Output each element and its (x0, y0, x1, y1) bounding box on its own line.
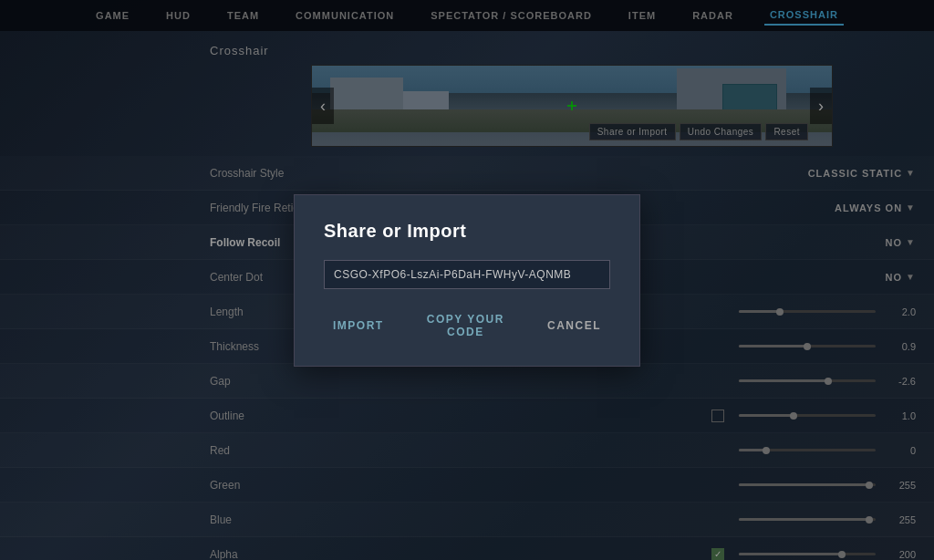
modal-overlay[interactable]: Share or Import IMPORT COPY YOUR CODE CA… (0, 0, 934, 560)
copy-code-button[interactable]: COPY YOUR CODE (408, 307, 524, 344)
share-import-modal: Share or Import IMPORT COPY YOUR CODE CA… (294, 194, 640, 367)
modal-title: Share or Import (324, 221, 610, 242)
cancel-button[interactable]: CANCEL (538, 307, 610, 344)
import-button[interactable]: IMPORT (324, 307, 393, 344)
modal-buttons: IMPORT COPY YOUR CODE CANCEL (324, 307, 610, 344)
crosshair-code-input[interactable] (324, 260, 610, 289)
